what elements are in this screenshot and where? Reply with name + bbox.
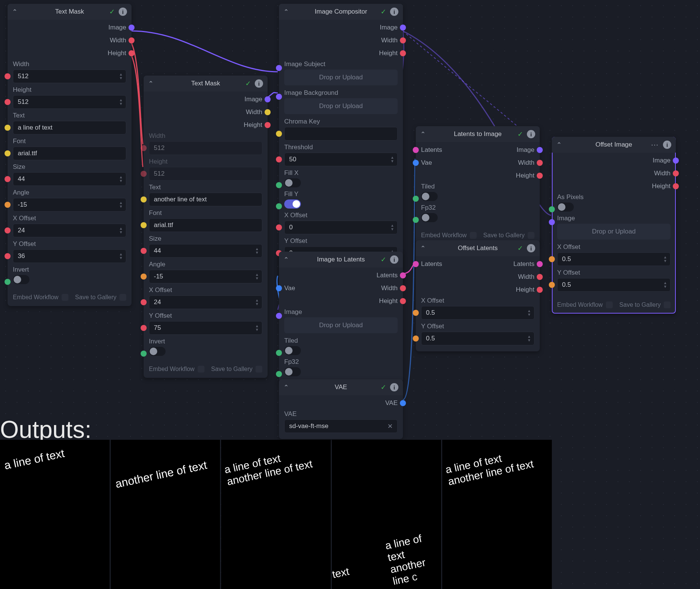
xoffset-input[interactable]: 0.5▲▼	[557, 252, 671, 266]
info-icon[interactable]: i	[390, 255, 398, 264]
output-width[interactable]: Width	[8, 34, 132, 47]
node-text-mask-1[interactable]: ⌃ Text Mask ✓ i Image Width Height Width…	[8, 4, 132, 306]
output-height[interactable]: Height	[8, 47, 132, 60]
invert-toggle[interactable]	[149, 347, 166, 356]
collapse-icon[interactable]: ⌃	[556, 141, 562, 149]
save-gallery[interactable]: Save to Gallery	[619, 301, 671, 308]
fp32-toggle[interactable]	[284, 367, 301, 376]
node-offset-image[interactable]: ⌃ Offset Image ⋯i Image Width Height As …	[552, 137, 676, 314]
yoffset-input[interactable]: 0.5▲▼	[421, 332, 534, 345]
output-width[interactable]: Width	[144, 106, 268, 119]
output-height[interactable]: Height	[552, 180, 676, 193]
clear-icon[interactable]: ✕	[387, 422, 393, 430]
node-header[interactable]: ⌃ Image to Latents ✓i	[279, 252, 403, 267]
height-input[interactable]: 512▲▼	[13, 95, 126, 109]
collapse-icon[interactable]: ⌃	[283, 8, 289, 16]
node-image-to-latents[interactable]: ⌃ Image to Latents ✓i Latents Vae Width …	[279, 252, 403, 382]
node-header[interactable]: ⌃ Offset Image ⋯i	[552, 137, 676, 153]
angle-input[interactable]: -15▲▼	[149, 270, 262, 283]
font-input[interactable]: arial.ttf	[13, 147, 126, 160]
save-gallery[interactable]: Save to Gallery	[483, 232, 534, 239]
xoffset-input[interactable]: 0▲▼	[284, 221, 398, 234]
collapse-icon[interactable]: ⌃	[283, 383, 289, 391]
size-input[interactable]: 44▲▼	[13, 172, 126, 186]
node-latents-to-image[interactable]: ⌃ Latents to Image ✓i Latents Image Vae …	[416, 126, 540, 244]
xoffset-input[interactable]: 24▲▼	[13, 224, 126, 237]
node-header[interactable]: ⌃ Text Mask ✓ i	[144, 76, 268, 91]
xoffset-input[interactable]: 0.5▲▼	[421, 306, 534, 320]
info-icon[interactable]: i	[255, 79, 263, 88]
output-width[interactable]: Width	[552, 167, 676, 180]
info-icon[interactable]: i	[119, 8, 127, 16]
fillx-toggle[interactable]	[284, 178, 301, 187]
more-icon[interactable]: ⋯	[651, 140, 659, 149]
embed-workflow[interactable]: Embed Workflow	[13, 294, 68, 301]
output-height[interactable]: Height	[279, 295, 403, 308]
image-drop-zone[interactable]: Drop or Upload	[557, 224, 671, 240]
node-header[interactable]: ⌃ Offset Latents ✓i	[416, 240, 540, 256]
output-latents[interactable]: Latents	[279, 269, 403, 282]
output-width[interactable]: Width	[416, 271, 540, 283]
node-text-mask-2[interactable]: ⌃ Text Mask ✓ i Image Width Height Width…	[144, 76, 268, 378]
output-image[interactable]: Image	[8, 21, 132, 34]
collapse-icon[interactable]: ⌃	[420, 244, 426, 252]
text-input[interactable]: another line of text	[149, 193, 262, 206]
bg-drop-zone[interactable]: Drop or Upload	[284, 98, 398, 114]
input-latents[interactable]: Latents Latents	[416, 258, 540, 271]
invert-toggle[interactable]	[13, 275, 29, 284]
tiled-toggle[interactable]	[421, 192, 438, 201]
yoffset-input[interactable]: 36▲▼	[13, 249, 126, 263]
text-input[interactable]: a line of text	[13, 121, 126, 134]
output-image[interactable]: Image	[144, 93, 268, 106]
yoffset-input[interactable]: 0.5▲▼	[557, 278, 671, 292]
output-height[interactable]: Height	[416, 283, 540, 296]
node-header[interactable]: ⌃ Latents to Image ✓i	[416, 126, 540, 142]
node-header[interactable]: ⌃ VAE ✓i	[279, 379, 403, 395]
input-latents[interactable]: Latents Image	[416, 144, 540, 156]
save-gallery[interactable]: Save to Gallery	[75, 294, 126, 301]
info-icon[interactable]: i	[663, 141, 671, 149]
output-height[interactable]: Height	[279, 47, 403, 60]
embed-workflow[interactable]: Embed Workflow	[557, 301, 613, 308]
input-vae[interactable]: Vae Width	[416, 156, 540, 169]
collapse-icon[interactable]: ⌃	[283, 256, 289, 264]
output-image[interactable]: Image	[552, 154, 676, 167]
image-drop-zone[interactable]: Drop or Upload	[284, 317, 398, 333]
collapse-icon[interactable]: ⌃	[420, 130, 426, 138]
node-image-compositor[interactable]: ⌃ Image Compositor ✓i Image Width Height…	[279, 4, 403, 282]
threshold-input[interactable]: 50▲▼	[284, 153, 398, 166]
angle-input[interactable]: -15▲▼	[13, 198, 126, 212]
filly-toggle[interactable]	[284, 199, 301, 209]
collapse-icon[interactable]: ⌃	[12, 8, 17, 16]
font-input[interactable]: arial.ttf	[149, 218, 262, 232]
embed-workflow[interactable]: Embed Workflow	[149, 366, 204, 373]
embed-workflow[interactable]: Embed Workflow	[421, 232, 477, 239]
input-vae[interactable]: Vae Width	[279, 282, 403, 295]
info-icon[interactable]: i	[527, 130, 535, 138]
output-height[interactable]: Height	[416, 169, 540, 182]
info-icon[interactable]: i	[527, 244, 535, 252]
yoffset-input[interactable]: 75▲▼	[149, 321, 262, 335]
node-header[interactable]: ⌃ Text Mask ✓ i	[8, 4, 132, 20]
output-height[interactable]: Height	[144, 119, 268, 131]
fp32-toggle[interactable]	[421, 213, 438, 222]
output-image[interactable]: Image	[279, 21, 403, 34]
xoffset-input[interactable]: 24▲▼	[149, 295, 262, 309]
tiled-toggle[interactable]	[284, 346, 301, 355]
node-offset-latents[interactable]: ⌃ Offset Latents ✓i Latents Latents Widt…	[416, 240, 540, 351]
height-input[interactable]: 512	[149, 167, 262, 181]
subject-drop-zone[interactable]: Drop or Upload	[284, 70, 398, 85]
node-vae[interactable]: ⌃ VAE ✓i VAE VAE sd-vae-ft-mse✕	[279, 379, 403, 439]
info-icon[interactable]: i	[390, 8, 398, 16]
node-header[interactable]: ⌃ Image Compositor ✓i	[279, 4, 403, 20]
collapse-icon[interactable]: ⌃	[148, 80, 153, 88]
output-width[interactable]: Width	[279, 34, 403, 47]
aspixels-toggle[interactable]	[557, 203, 574, 212]
width-input[interactable]: 512	[149, 141, 262, 155]
size-input[interactable]: 44▲▼	[149, 244, 262, 258]
info-icon[interactable]: i	[390, 383, 398, 391]
vae-select[interactable]: sd-vae-ft-mse✕	[284, 419, 398, 433]
save-gallery[interactable]: Save to Gallery	[211, 366, 262, 373]
width-input[interactable]: 512▲▼	[13, 70, 126, 83]
chroma-input[interactable]	[284, 127, 398, 141]
